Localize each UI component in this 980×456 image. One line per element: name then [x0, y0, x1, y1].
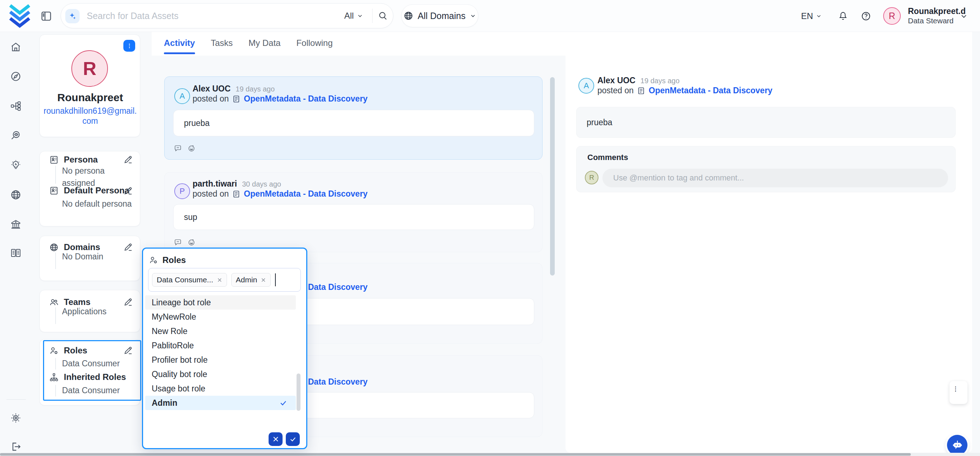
inherited-roles-value: Data Consumer [62, 384, 120, 397]
openmetadata-logo[interactable] [9, 4, 31, 28]
app-window: Search for Data Assets All All Domains E… [0, 0, 980, 456]
chevron-down-icon[interactable] [959, 12, 968, 21]
post-author[interactable]: Alex UOC [192, 84, 231, 94]
post-message-box: prueba [576, 107, 956, 138]
all-domains-dropdown[interactable]: All Domains [401, 4, 478, 27]
confirm-button[interactable] [286, 432, 300, 446]
edit-roles-icon[interactable] [123, 346, 133, 355]
post-message: sup [184, 212, 197, 222]
search-input[interactable]: Search for Data Assets [87, 3, 178, 28]
edit-default-persona-icon[interactable] [123, 186, 133, 196]
role-option[interactable]: New Role [145, 324, 296, 338]
profile-email-link[interactable]: rounakdhillon619@gmail.com [43, 106, 137, 126]
profile-more-button[interactable] [123, 40, 135, 52]
tab-tasks[interactable]: Tasks [211, 32, 233, 56]
role-option[interactable]: MyNewRole [145, 309, 296, 324]
announcement-doc-icon [232, 190, 240, 198]
teams-icon [49, 297, 59, 307]
remove-chip-icon[interactable] [261, 277, 266, 283]
insights-icon[interactable] [8, 157, 24, 173]
cancel-button[interactable] [269, 432, 283, 446]
tab-following[interactable]: Following [296, 32, 332, 56]
post-target-link[interactable]: OpenMetadata - Data Discovery [244, 94, 368, 104]
tab-my-data[interactable]: My Data [248, 32, 280, 56]
settings-icon[interactable] [8, 410, 24, 426]
edit-domains-icon[interactable] [123, 242, 133, 252]
explore-icon[interactable] [8, 68, 24, 85]
comment-input[interactable]: Use @mention to tag and comment... [602, 169, 948, 187]
notifications-bell-icon[interactable] [838, 11, 848, 21]
divider [6, 399, 26, 400]
home-icon[interactable] [8, 39, 24, 55]
role-option[interactable]: Quality bot role [145, 367, 296, 381]
profile-name: Rounakpreet [40, 91, 140, 104]
reply-icon[interactable] [174, 144, 182, 152]
divider [55, 308, 56, 324]
comment-avatar: R [585, 171, 598, 184]
post-target-link[interactable]: OpenMetadata - Data Discovery [649, 86, 772, 96]
role-option[interactable]: Profiler bot role [145, 353, 296, 367]
post-author[interactable]: parth.tiwari [192, 179, 237, 189]
divider [372, 9, 372, 23]
ai-sparkle-icon[interactable] [65, 9, 80, 23]
post-time: 30 days ago [242, 180, 281, 188]
post-author[interactable]: Alex UOC [597, 76, 635, 85]
comments-section: Comments R Use @mention to tag and comme… [576, 146, 956, 192]
lineage-icon[interactable] [8, 97, 24, 114]
top-bar: Search for Data Assets All All Domains E… [0, 0, 980, 32]
post-target-link[interactable]: OpenMetadata - Data Discovery [244, 189, 368, 199]
divider [55, 253, 56, 269]
tab-activity[interactable]: Activity [164, 32, 195, 56]
role-option[interactable]: PablitoRole [145, 338, 296, 353]
selected-role-chip: Data Consume... [152, 273, 227, 287]
post-time: 19 days ago [640, 77, 679, 85]
all-domains-label: All Domains [418, 11, 465, 21]
avatar-initial: R [589, 174, 594, 182]
remove-chip-icon[interactable] [217, 277, 222, 283]
comment-placeholder: Use @mention to tag and comment... [613, 173, 744, 183]
text-cursor [275, 273, 276, 286]
role-option[interactable]: Lineage bot role [145, 295, 296, 309]
domains-card: Domains No Domain [40, 236, 140, 281]
options-scrollbar[interactable] [296, 373, 301, 411]
roles-icon [49, 346, 59, 356]
role-option[interactable]: Usage bot role [145, 381, 296, 396]
edit-persona-icon[interactable] [123, 155, 133, 164]
user-menu[interactable]: Rounakpreet.d Data Steward [908, 6, 958, 26]
persona-card: Persona No persona assigned Default Pers… [40, 151, 140, 226]
sidebar-toggle-icon[interactable] [40, 10, 52, 22]
language-dropdown[interactable]: EN [801, 0, 822, 32]
feed-post[interactable]: P parth.tiwari 30 days ago posted on Ope… [164, 172, 542, 252]
role-option-label: Admin [152, 398, 178, 408]
divider [55, 385, 56, 397]
govern-icon[interactable] [8, 216, 24, 233]
persona-icon [49, 155, 59, 165]
roles-multiselect[interactable]: Data Consume... Admin [148, 268, 301, 292]
feed-post[interactable]: A Alex UOC 19 days ago posted on OpenMet… [164, 77, 542, 159]
roles-card: Roles Data Consumer Inherited Roles Data… [40, 339, 140, 405]
role-option-selected[interactable]: Admin [145, 396, 296, 410]
emoji-reaction-icon[interactable] [188, 144, 196, 152]
reply-icon[interactable] [174, 238, 182, 246]
avatar-initial: A [584, 81, 589, 91]
glossary-icon[interactable] [8, 245, 24, 261]
post-message-box: sup [173, 204, 534, 230]
observability-icon[interactable] [8, 127, 24, 143]
popup-title: Roles [162, 255, 186, 265]
post-time: 19 days ago [235, 85, 275, 93]
persona-value: No persona assigned [62, 165, 140, 177]
search-icon[interactable] [378, 11, 388, 21]
chat-bot-button[interactable] [947, 435, 967, 455]
edit-teams-icon[interactable] [123, 297, 133, 307]
user-avatar[interactable]: R [883, 7, 901, 25]
emoji-reaction-icon[interactable] [188, 238, 196, 246]
domains-value: No Domain [62, 250, 103, 263]
avatar: A [578, 78, 594, 94]
help-icon[interactable] [861, 11, 871, 21]
horizontal-scrollbar-thumb[interactable] [0, 453, 911, 456]
search-scope-dropdown[interactable]: All [344, 3, 363, 28]
collapsed-panel-handle[interactable]: ⁞ [950, 381, 967, 404]
domains-icon[interactable] [8, 187, 24, 203]
horizontal-scrollbar[interactable] [0, 453, 980, 456]
feed-scrollbar[interactable] [550, 77, 555, 276]
